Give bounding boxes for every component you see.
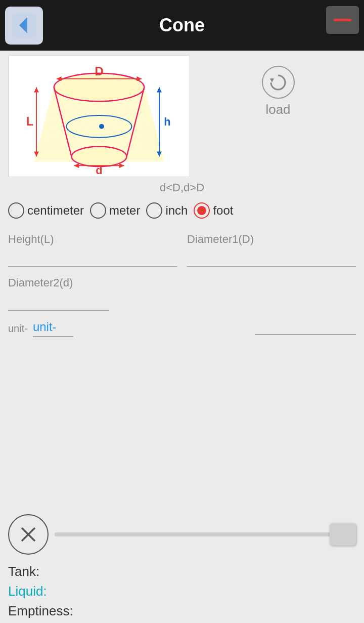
diagram-row: D L d h xyxy=(8,56,356,177)
load-label: load xyxy=(265,102,290,117)
radio-circle-meter[interactable] xyxy=(90,202,106,219)
results-section: Tank: Liquid: Emptiness: xyxy=(8,564,356,619)
volume-section: unit- unit- meter cube gallon(US) gallon… xyxy=(8,320,356,337)
radio-circle-foot[interactable] xyxy=(194,202,210,219)
tank-key: Tank: xyxy=(8,564,39,579)
liquid-key: Liquid: xyxy=(8,584,47,599)
radio-circle-inch[interactable] xyxy=(146,202,162,219)
radio-circle-centimeter[interactable] xyxy=(8,202,24,219)
back-button[interactable] xyxy=(5,7,43,45)
diameter1-label: Diameter1(D) xyxy=(187,233,356,246)
svg-marker-12 xyxy=(34,87,39,92)
fill-slider[interactable] xyxy=(55,522,356,547)
svg-text:d: d xyxy=(96,164,102,177)
svg-marker-18 xyxy=(74,163,79,168)
cone-diagram: D L d h xyxy=(8,56,190,177)
svg-text:h: h xyxy=(164,115,170,128)
slider-track[interactable] xyxy=(55,532,356,536)
radio-label-foot: foot xyxy=(213,203,233,218)
volume-partial-value: unit- xyxy=(33,320,73,337)
inputs-row-1: Height(L) Diameter1(D) xyxy=(8,233,356,267)
radio-label-meter: meter xyxy=(109,203,140,218)
load-icon[interactable] xyxy=(262,66,295,99)
controls-row xyxy=(8,514,356,555)
load-section: load xyxy=(190,56,356,117)
close-button[interactable] xyxy=(8,514,49,555)
radio-foot[interactable]: foot xyxy=(194,202,233,219)
height-input-group: Height(L) xyxy=(8,233,177,267)
diameter2-input-group: Diameter2(d) xyxy=(8,276,356,311)
minimize-button[interactable] xyxy=(326,6,359,34)
diameter2-input[interactable] xyxy=(8,292,109,311)
liquid-result-row: Liquid: xyxy=(8,584,356,599)
page-title: Cone xyxy=(43,15,321,36)
height-input[interactable] xyxy=(8,248,177,267)
volume-partial-label: unit- xyxy=(8,323,28,335)
svg-marker-19 xyxy=(119,163,124,168)
radio-meter[interactable]: meter xyxy=(90,202,140,219)
header: Cone xyxy=(0,0,364,51)
radio-label-inch: inch xyxy=(165,203,188,218)
emptiness-result-row: Emptiness: xyxy=(8,603,356,619)
diameter1-input-group: Diameter1(D) xyxy=(187,233,356,267)
main-content: D L d h xyxy=(0,51,364,623)
svg-point-16 xyxy=(99,124,104,129)
height-label: Height(L) xyxy=(8,233,177,246)
diameter2-label: Diameter2(d) xyxy=(8,276,356,289)
volume-value-input[interactable] xyxy=(255,320,356,335)
minus-icon xyxy=(334,19,351,21)
radio-inch[interactable]: inch xyxy=(146,202,188,219)
radio-label-centimeter: centimeter xyxy=(27,203,84,218)
diameter1-input[interactable] xyxy=(187,248,356,267)
unit-radio-group: centimeter meter inch foot xyxy=(8,202,356,219)
emptiness-key: Emptiness: xyxy=(8,603,73,619)
svg-text:D: D xyxy=(95,64,103,78)
dropdown-spacer xyxy=(8,342,356,509)
radio-centimeter[interactable]: centimeter xyxy=(8,202,84,219)
formula-label: d<D,d>D xyxy=(8,181,356,194)
svg-text:L: L xyxy=(26,114,34,128)
inputs-row-2: Diameter2(d) xyxy=(8,276,356,311)
tank-result-row: Tank: xyxy=(8,564,356,579)
svg-marker-25 xyxy=(270,78,274,82)
slider-thumb[interactable] xyxy=(330,523,356,546)
svg-marker-22 xyxy=(157,87,162,92)
